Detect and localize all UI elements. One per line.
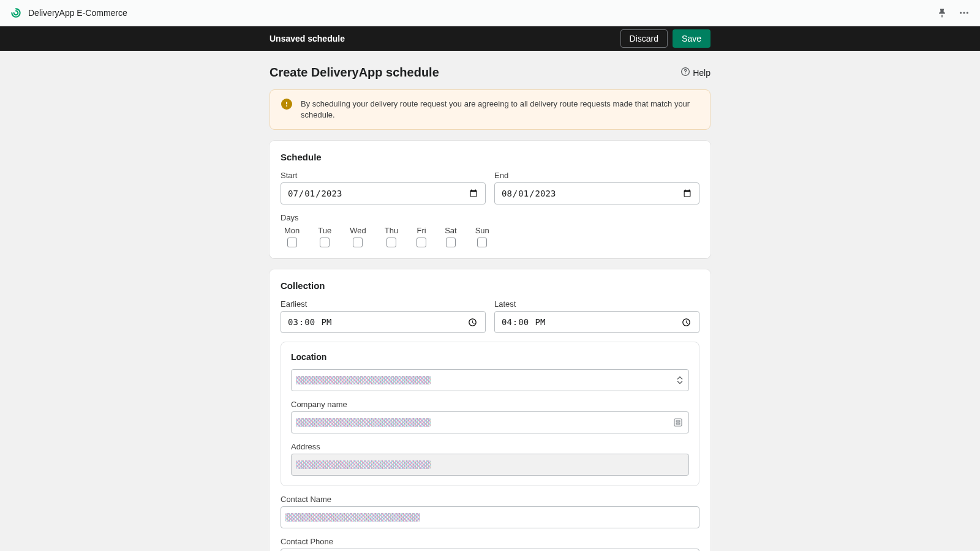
day-label-mon: Mon — [284, 226, 300, 235]
page-body: Create DeliveryApp schedule Help By sche… — [0, 51, 980, 551]
day-label-tue: Tue — [318, 226, 331, 235]
contact-phone-input[interactable] — [281, 549, 699, 551]
contact-name-label: Contact Name — [281, 495, 699, 504]
svg-point-0 — [960, 12, 962, 13]
day-checkbox-sat[interactable] — [446, 238, 456, 247]
save-button[interactable]: Save — [673, 29, 710, 48]
day-label-sat: Sat — [445, 226, 457, 235]
contact-phone-label: Contact Phone — [281, 537, 699, 546]
day-checkbox-wed[interactable] — [353, 238, 363, 247]
svg-rect-7 — [674, 419, 682, 426]
svg-point-4 — [685, 73, 686, 74]
redacted-value — [296, 418, 431, 427]
help-label: Help — [693, 68, 710, 78]
app-top-bar: DeliveryApp E-Commerce — [0, 0, 980, 26]
earliest-label: Earliest — [281, 299, 486, 309]
days-label: Days — [281, 213, 699, 222]
help-link[interactable]: Help — [680, 67, 710, 78]
discard-button[interactable]: Discard — [620, 29, 668, 48]
contextual-save-bar: Unsaved schedule Discard Save — [0, 26, 980, 51]
save-bar-label: Unsaved schedule — [270, 34, 345, 43]
day-checkbox-thu[interactable] — [386, 238, 396, 247]
day-label-sun: Sun — [475, 226, 489, 235]
svg-rect-6 — [286, 105, 287, 107]
day-checkbox-mon[interactable] — [287, 238, 297, 247]
company-name-label: Company name — [291, 400, 689, 409]
day-checkbox-fri[interactable] — [417, 238, 426, 247]
redacted-value — [296, 376, 431, 384]
app-title: DeliveryApp E-Commerce — [28, 8, 127, 18]
location-subcard: Location Company name — [281, 342, 699, 486]
collection-card: Collection Earliest Latest Location — [270, 269, 710, 551]
collection-heading: Collection — [281, 280, 699, 291]
autofill-contact-icon[interactable] — [673, 418, 683, 427]
redacted-value — [285, 513, 420, 522]
svg-point-2 — [967, 12, 968, 13]
address-label: Address — [291, 442, 689, 451]
day-checkbox-tue[interactable] — [320, 238, 330, 247]
pin-icon[interactable] — [936, 7, 948, 19]
schedule-heading: Schedule — [281, 152, 699, 162]
more-icon[interactable] — [958, 7, 970, 19]
day-label-wed: Wed — [350, 226, 366, 235]
earliest-time-input[interactable] — [281, 311, 486, 333]
location-heading: Location — [291, 352, 689, 362]
help-icon — [680, 67, 690, 78]
agreement-banner: By scheduling your delivery route reques… — [270, 89, 710, 130]
days-row: Mon Tue Wed Thu Fri Sat Sun — [281, 226, 699, 247]
latest-time-input[interactable] — [494, 311, 699, 333]
svg-rect-5 — [286, 102, 287, 105]
app-logo-icon — [10, 7, 22, 19]
latest-label: Latest — [494, 299, 699, 309]
svg-point-1 — [963, 12, 965, 13]
start-label: Start — [281, 171, 486, 180]
svg-rect-9 — [676, 423, 680, 424]
day-label-fri: Fri — [417, 226, 426, 235]
warning-icon — [281, 99, 292, 110]
banner-text: By scheduling your delivery route reques… — [301, 99, 699, 121]
end-label: End — [494, 171, 699, 180]
page-title: Create DeliveryApp schedule — [270, 66, 439, 80]
day-checkbox-sun[interactable] — [477, 238, 487, 247]
day-label-thu: Thu — [385, 226, 398, 235]
start-date-input[interactable] — [281, 182, 486, 204]
svg-rect-8 — [676, 421, 680, 422]
schedule-card: Schedule Start End Days Mon Tue Wed Thu — [270, 141, 710, 258]
end-date-input[interactable] — [494, 182, 699, 204]
redacted-value — [296, 460, 431, 469]
